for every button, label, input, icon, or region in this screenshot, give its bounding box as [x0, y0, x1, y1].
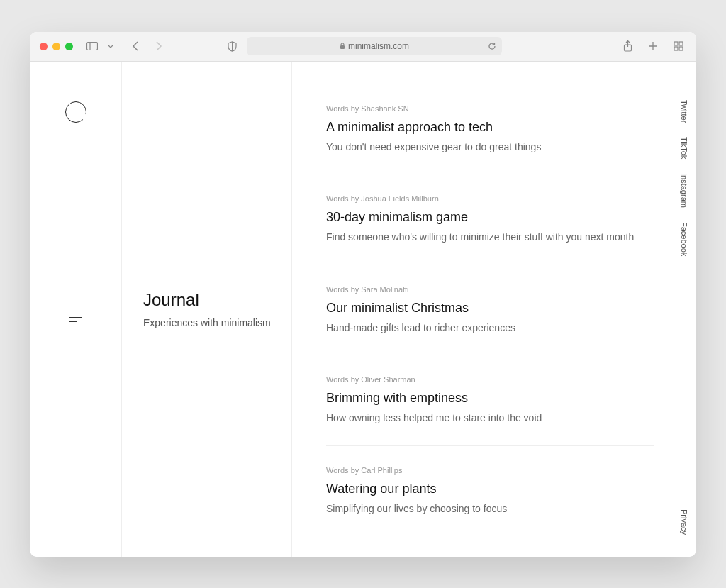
chevron-down-icon[interactable] [103, 38, 118, 54]
article-title: Brimming with emptiness [326, 391, 654, 406]
article-byline: Words by Shashank SN [326, 104, 654, 113]
article-item[interactable]: Words by Carl Phillips Watering our plan… [326, 466, 654, 536]
sidebar-toggle-button[interactable] [84, 38, 100, 54]
article-excerpt: You don't need expensive gear to do grea… [326, 140, 654, 155]
article-title: Watering our plants [326, 482, 654, 497]
svg-rect-10 [674, 47, 678, 50]
svg-rect-8 [674, 42, 678, 45]
social-link-twitter[interactable]: Twitter [680, 100, 688, 123]
url-text: minimalism.com [348, 41, 409, 51]
article-excerpt: How owning less helped me to stare into … [326, 411, 654, 426]
page-subtitle: Experiences with minimalism [143, 317, 274, 328]
social-link-tiktok[interactable]: TikTok [680, 137, 688, 159]
social-link-facebook[interactable]: Facebook [680, 222, 688, 256]
article-list: Words by Shashank SN A minimalist approa… [292, 62, 696, 557]
article-excerpt: Hand-made gifts lead to richer experienc… [326, 321, 654, 335]
article-excerpt: Find someone who's willing to minimize t… [326, 231, 654, 245]
svg-rect-9 [679, 42, 683, 45]
article-title: 30-day minimalism game [326, 210, 654, 225]
page-content: Journal Experiences with minimalism Word… [30, 62, 696, 557]
article-item[interactable]: Words by Sara Molinatti Our minimalist C… [326, 285, 654, 356]
social-rail: Twitter TikTok Instagram Facebook Privac… [672, 62, 696, 557]
svg-rect-3 [340, 45, 345, 49]
window-controls [40, 43, 73, 50]
section-header: Journal Experiences with minimalism [122, 62, 292, 557]
article-excerpt: Simplifying our lives by choosing to foc… [326, 502, 654, 516]
article-item[interactable]: Words by Joshua Fields Millburn 30-day m… [326, 194, 654, 265]
svg-rect-0 [87, 43, 98, 50]
tabs-overview-button[interactable] [671, 38, 686, 54]
page-title: Journal [143, 290, 274, 310]
article-item[interactable]: Words by Oliver Sharman Brimming with em… [326, 375, 654, 446]
left-rail [30, 62, 122, 557]
new-tab-button[interactable] [645, 38, 661, 54]
close-window-button[interactable] [40, 43, 48, 50]
social-link-instagram[interactable]: Instagram [680, 173, 688, 208]
forward-button[interactable] [151, 38, 167, 54]
maximize-window-button[interactable] [65, 43, 73, 50]
lock-icon [340, 43, 345, 50]
address-bar[interactable]: minimalism.com [247, 37, 502, 55]
article-byline: Words by Carl Phillips [326, 466, 654, 475]
browser-window: minimalism.com Journ [30, 32, 696, 557]
reload-button[interactable] [488, 42, 496, 50]
logo-icon[interactable] [65, 101, 86, 123]
article-byline: Words by Joshua Fields Millburn [326, 194, 654, 203]
article-byline: Words by Oliver Sharman [326, 375, 654, 384]
article-title: A minimalist approach to tech [326, 120, 654, 135]
menu-button[interactable] [69, 317, 82, 322]
back-button[interactable] [127, 38, 143, 54]
article-byline: Words by Sara Molinatti [326, 285, 654, 294]
article-title: Our minimalist Christmas [326, 301, 654, 316]
browser-chrome: minimalism.com [30, 32, 696, 62]
share-button[interactable] [620, 38, 635, 54]
privacy-shield-icon[interactable] [224, 38, 240, 54]
minimize-window-button[interactable] [52, 43, 60, 50]
article-item[interactable]: Words by Shashank SN A minimalist approa… [326, 104, 654, 175]
privacy-link[interactable]: Privacy [680, 509, 688, 535]
svg-rect-11 [679, 47, 683, 50]
